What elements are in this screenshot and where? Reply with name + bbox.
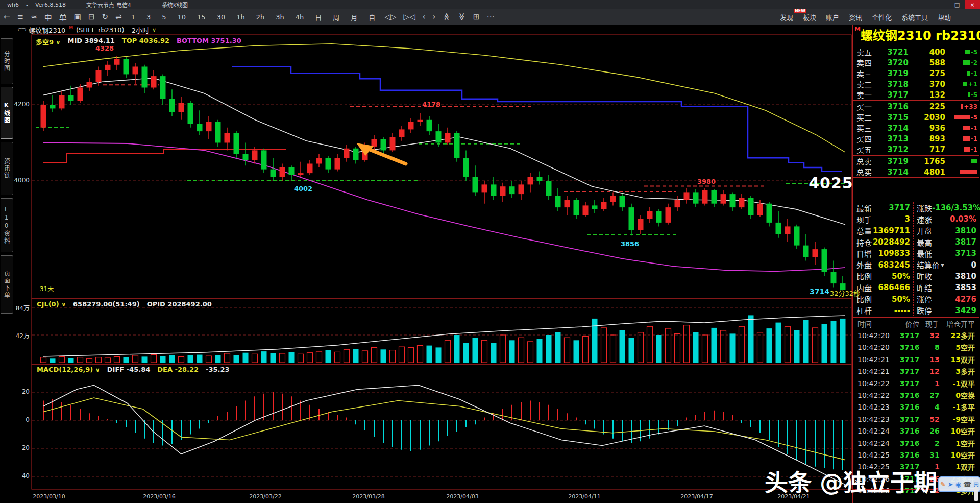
price-annotation-4178: 4178: [422, 101, 440, 108]
volume-axis-tick: 42万: [10, 331, 30, 340]
diff-value: DIFF -45.84: [107, 366, 150, 373]
volume-axis-tick: 84万: [10, 303, 30, 312]
chevron-down-icon[interactable]: ∨: [61, 301, 66, 308]
mic-icon[interactable]: ◉: [955, 481, 961, 488]
floating-tool-palette: ✎➤◉☎⊞: [938, 476, 980, 492]
bottom-value: BOTTOM 3751.30: [177, 37, 241, 46]
scrollbar-thumb[interactable]: [974, 486, 978, 501]
opid-value: OPID 2028492.00: [147, 300, 212, 308]
indicator-name[interactable]: 多空9: [36, 38, 54, 46]
last-price-label: 3714: [810, 288, 829, 296]
macd-axis-tick: 20: [10, 388, 30, 395]
top-value: TOP 4036.92: [122, 37, 169, 46]
chevron-down-icon[interactable]: ∨: [95, 367, 100, 373]
macd-indicator-header: MACD(12,26,9) ∨ DIFF -45.84 DEA -28.22 -…: [37, 366, 230, 373]
price-annotation-3856: 3856: [621, 240, 639, 248]
days-to-expiry-label: 31天: [40, 284, 54, 293]
chevron-down-icon[interactable]: ∨: [56, 39, 61, 46]
cursor-icon[interactable]: ➤: [948, 481, 953, 488]
volume-value: 658279.00(51:49): [73, 300, 140, 308]
kline-indicator-header: 多空9 ∨ MID 3894.11 TOP 4036.92 BOTTOM 375…: [36, 37, 241, 46]
bar-countdown-label: 32分32秒: [830, 288, 860, 298]
price-axis-tick: 4200: [10, 101, 30, 108]
volume-indicator-name[interactable]: CJL(0): [37, 300, 59, 308]
price-annotation-4002: 4002: [294, 185, 312, 193]
chart-canvas[interactable]: [0, 0, 980, 503]
dea-value: DEA -28.22: [157, 366, 199, 373]
macd-axis-tick: -20: [10, 444, 30, 451]
watermark: 头条 @独立于期: [765, 464, 937, 497]
macd-value: -35.23: [206, 366, 230, 373]
price-annotation-4025: 4025: [808, 174, 853, 192]
macd-indicator-name[interactable]: MACD(12,26,9): [37, 366, 93, 373]
phone-icon[interactable]: ☎: [963, 481, 971, 488]
macd-axis-tick: 0: [10, 416, 30, 423]
pen-icon[interactable]: ✎: [940, 481, 946, 488]
macd-axis-tick: -40: [10, 472, 30, 480]
price-annotation-3980: 3980: [697, 178, 716, 185]
price-axis-tick: 4000: [10, 177, 30, 184]
price-annotation-4328: 4328: [95, 44, 114, 52]
volume-indicator-header: CJL(0) ∨ 658279.00(51:49) OPID 2028492.0…: [37, 300, 212, 308]
collapse-chevron-icon[interactable]: »: [854, 476, 859, 486]
